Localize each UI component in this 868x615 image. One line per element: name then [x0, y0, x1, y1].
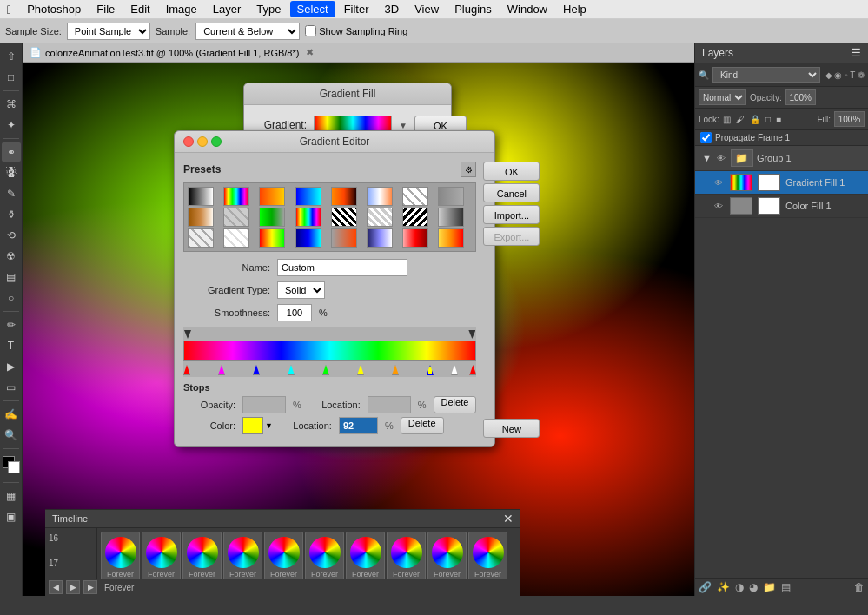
frame-3[interactable]: Forever: [182, 532, 222, 579]
preset-2[interactable]: [223, 187, 249, 206]
add-style-btn[interactable]: ✨: [717, 581, 730, 593]
sample-size-select[interactable]: Point Sample: [67, 23, 150, 40]
preset-22[interactable]: [367, 228, 393, 248]
layer-kind-select[interactable]: Kind: [712, 67, 820, 83]
add-mask-btn[interactable]: ◑: [735, 581, 744, 593]
opacity-stop-right[interactable]: [468, 330, 475, 339]
preset-4[interactable]: [295, 187, 321, 206]
next-frame-btn[interactable]: ▶: [83, 580, 97, 594]
menu-image[interactable]: Image: [159, 1, 204, 17]
new-adjustment-btn[interactable]: ◕: [749, 581, 758, 593]
lock-transparent-icon[interactable]: ▥: [723, 115, 731, 124]
maximize-window-btn[interactable]: [211, 136, 222, 147]
lock-position-icon[interactable]: 🔒: [750, 115, 760, 124]
blur-tool[interactable]: ○: [2, 288, 21, 308]
frame-6[interactable]: Forever: [305, 532, 344, 579]
layer-gradient-fill-1[interactable]: 👁 Gradient Fill 1: [695, 171, 868, 195]
preset-21[interactable]: [331, 228, 357, 248]
color-stop-9[interactable]: [451, 365, 458, 375]
timeline-close-btn[interactable]: ✕: [503, 512, 514, 526]
color-stop-3[interactable]: [253, 365, 260, 375]
preset-16[interactable]: [438, 208, 464, 227]
text-tool[interactable]: T: [2, 336, 21, 355]
frame-10[interactable]: Forever: [468, 532, 507, 579]
color-stop-1[interactable]: [183, 365, 190, 375]
quick-mask[interactable]: ▦: [2, 486, 21, 506]
layers-panel-menu[interactable]: ☰: [851, 47, 861, 59]
ge-new-btn[interactable]: New: [483, 419, 540, 438]
smoothness-input[interactable]: [277, 304, 312, 321]
marquee-tool[interactable]: □: [2, 68, 21, 87]
color-stop-5[interactable]: [322, 365, 329, 375]
lasso-tool[interactable]: ⌘: [2, 95, 21, 114]
gradient-bar[interactable]: [183, 341, 476, 361]
menu-photoshop[interactable]: Photoshop: [20, 1, 88, 17]
gradient-dropdown-arrow[interactable]: ▼: [399, 121, 407, 130]
gradient-type-select[interactable]: Solid: [277, 281, 325, 299]
menu-type[interactable]: Type: [249, 1, 288, 17]
frame-5[interactable]: Forever: [264, 532, 303, 579]
location-color-input[interactable]: [339, 417, 378, 434]
shape-tool[interactable]: ▭: [2, 378, 21, 397]
frame-9[interactable]: Forever: [427, 532, 467, 579]
close-window-btn[interactable]: [183, 136, 194, 147]
menu-layer[interactable]: Layer: [206, 1, 248, 17]
menu-filter[interactable]: Filter: [337, 1, 376, 17]
menu-view[interactable]: View: [407, 1, 446, 17]
gradient-tool[interactable]: ▤: [2, 268, 21, 287]
clone-tool[interactable]: ⚱: [2, 205, 21, 224]
minimize-window-btn[interactable]: [197, 136, 208, 147]
color-swatches[interactable]: [3, 456, 20, 473]
menu-plugins[interactable]: Plugins: [447, 1, 499, 17]
ge-import-btn[interactable]: Import...: [483, 205, 540, 224]
spot-heal-tool[interactable]: ⛇: [2, 163, 21, 182]
preset-20[interactable]: [295, 228, 321, 248]
preset-8[interactable]: [438, 187, 464, 206]
frame-2[interactable]: Forever: [142, 532, 181, 579]
ge-export-btn[interactable]: Export...: [483, 227, 540, 246]
gradient-fill-visibility[interactable]: 👁: [712, 176, 725, 188]
color-stop-6[interactable]: [357, 365, 364, 375]
hand-tool[interactable]: ✍: [2, 405, 21, 424]
menu-help[interactable]: Help: [556, 1, 593, 17]
layer-group-1[interactable]: ▼ 👁 📁 Group 1: [695, 146, 868, 171]
menu-edit[interactable]: Edit: [123, 1, 156, 17]
preset-19[interactable]: [259, 228, 285, 248]
apple-menu[interactable]: : [7, 3, 11, 17]
lock-image-icon[interactable]: 🖌: [736, 115, 745, 124]
color-stop-8-active[interactable]: [427, 365, 434, 375]
frame-1[interactable]: Forever: [101, 532, 140, 579]
pen-tool[interactable]: ✏: [2, 315, 21, 334]
preset-17[interactable]: [188, 228, 214, 248]
background-color[interactable]: [8, 461, 20, 473]
color-stop-swatch[interactable]: [242, 417, 263, 434]
preset-5[interactable]: [331, 187, 357, 206]
menu-file[interactable]: File: [89, 1, 122, 17]
path-select[interactable]: ▶: [2, 357, 21, 376]
color-stop-dropdown[interactable]: ▼: [265, 421, 273, 430]
delete-color-stop-btn[interactable]: Delete: [401, 417, 444, 434]
opacity-stop-input[interactable]: [242, 396, 286, 413]
zoom-tool[interactable]: 🔍: [2, 426, 21, 445]
screen-mode[interactable]: ▣: [2, 507, 21, 526]
gradient-name-input[interactable]: [277, 259, 407, 276]
ge-cancel-btn[interactable]: Cancel: [483, 183, 540, 202]
color-fill-visibility[interactable]: 👁: [712, 200, 725, 212]
sampling-ring-checkbox[interactable]: Show Sampling Ring: [305, 25, 407, 36]
preset-3[interactable]: [259, 187, 285, 206]
preset-12[interactable]: [295, 208, 321, 227]
eyedropper-tool[interactable]: ⚭: [2, 142, 21, 162]
delete-layer-btn[interactable]: 🗑: [854, 581, 865, 593]
document-tab[interactable]: 📄 colorizeAnimationTest3.tif @ 100% (Gra…: [23, 43, 694, 63]
layer-color-fill-1[interactable]: 👁 Color Fill 1: [695, 195, 868, 218]
presets-settings-btn[interactable]: ⚙: [461, 162, 476, 177]
new-layer-btn[interactable]: ▤: [781, 581, 791, 593]
delete-opacity-stop-btn[interactable]: Delete: [434, 396, 477, 413]
lock-all-icon[interactable]: ■: [776, 115, 781, 124]
preset-1[interactable]: [188, 187, 214, 206]
propagate-frame-checkbox[interactable]: [700, 132, 712, 143]
blend-mode-select[interactable]: Normal: [699, 89, 746, 105]
group-visibility-eye[interactable]: 👁: [715, 152, 727, 164]
menu-select[interactable]: Select: [290, 1, 335, 17]
lock-artboard-icon[interactable]: □: [765, 115, 771, 124]
